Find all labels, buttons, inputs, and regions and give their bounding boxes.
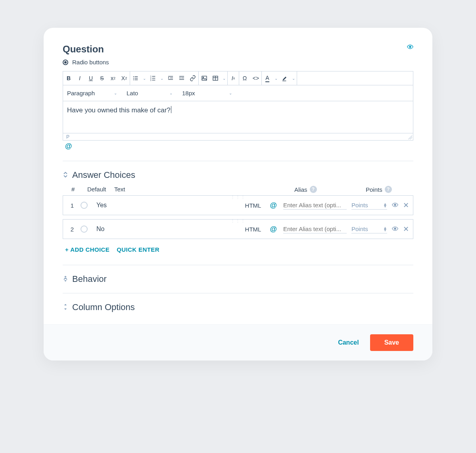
default-radio[interactable] [81,226,88,233]
choice-number: 1 [69,202,76,209]
points-input[interactable]: Points ▲▼ [351,225,387,233]
drag-handle-icon[interactable]: ⋮⋮⋮ [230,219,246,224]
editor-path: P [66,134,69,140]
strikethrough-button[interactable]: S [96,71,107,85]
default-radio[interactable] [81,202,88,209]
chevron-down-icon[interactable]: ⌄ [221,76,227,81]
col-header-alias: Alias ? [294,186,366,193]
svg-rect-20 [179,79,184,80]
visibility-eye-icon[interactable] [392,226,398,233]
bold-button[interactable]: B [63,71,74,85]
svg-point-28 [394,228,396,229]
italic-button[interactable]: I [74,71,85,85]
section-title-column-options[interactable]: Column Options [72,302,135,312]
highlight-button[interactable] [279,71,290,85]
stepper-icon[interactable]: ▲▼ [383,203,387,208]
col-header-num: # [71,186,87,193]
delete-choice-icon[interactable]: ✕ [403,225,409,233]
outdent-button[interactable] [176,71,187,85]
question-type-label: Radio buttons [72,59,109,66]
points-input[interactable]: Points ▲▼ [351,201,387,210]
text-color-button[interactable]: A [262,71,273,85]
clear-format-button[interactable]: Ix [228,71,239,85]
svg-point-3 [133,78,134,79]
cancel-button[interactable]: Cancel [338,339,359,346]
font-size-select[interactable]: 18px ⌄ [178,85,238,101]
section-title-behavior[interactable]: Behavior [72,274,107,284]
help-icon[interactable]: ? [310,186,317,193]
table-button[interactable] [210,71,221,85]
svg-text:3: 3 [150,79,152,81]
piping-icon[interactable]: @ [268,225,278,233]
svg-rect-18 [181,78,184,78]
svg-rect-2 [134,76,138,77]
font-family-select[interactable]: Lato ⌄ [123,85,178,101]
font-family-value: Lato [127,90,138,96]
section-title-question: Question [63,44,109,55]
expand-icon[interactable] [63,276,68,283]
chevron-down-icon: ⌄ [168,91,174,95]
image-button[interactable] [199,71,210,85]
svg-rect-14 [170,78,173,78]
ordered-list-button[interactable]: 123 [148,71,159,85]
answer-choice-row: ⋮⋮⋮ 1 Yes HTML @ Points ▲▼ ✕ [63,195,413,215]
divider [63,293,413,293]
add-choice-button[interactable]: + ADD CHOICE [65,246,109,253]
chevron-down-icon[interactable]: ⌄ [159,76,165,81]
chevron-down-icon[interactable]: ⌄ [141,76,148,81]
delete-choice-icon[interactable]: ✕ [403,201,409,210]
editor-toolbar-row1: B I U S x2 X2 ⌄ 123 ⌄ [63,71,413,85]
svg-rect-12 [152,80,155,80]
expand-icon[interactable] [63,304,68,311]
editor-path-bar: P [63,133,413,140]
chevron-down-icon[interactable]: ⌄ [290,76,297,81]
superscript-button[interactable]: x2 [107,71,119,85]
piping-icon[interactable]: @ [268,201,278,210]
block-format-select[interactable]: Paragraph ⌄ [63,85,123,101]
save-button[interactable]: Save [370,334,413,351]
answer-table-header: # Default Text Alias ? Points ? [63,186,413,195]
svg-point-27 [394,204,396,206]
choice-text[interactable]: No [92,226,238,233]
drag-handle-icon[interactable]: ⋮⋮⋮ [230,195,246,200]
svg-rect-8 [152,76,155,77]
col-header-text: Text [114,186,294,193]
quick-enter-button[interactable]: QUICK ENTER [117,246,159,253]
editor-content-area[interactable]: Have you owned this make of car? [63,101,413,133]
svg-marker-19 [179,77,180,79]
chevron-down-icon: ⌄ [112,91,119,95]
subscript-button[interactable]: X2 [119,71,130,85]
alias-input[interactable] [283,225,347,233]
html-toggle[interactable]: HTML [243,226,264,233]
svg-rect-4 [134,78,138,78]
svg-rect-17 [179,76,184,77]
svg-point-1 [133,76,134,77]
underline-button[interactable]: U [85,71,96,85]
visibility-eye-icon[interactable] [392,202,398,209]
question-type-row: Radio buttons [63,59,109,66]
code-button[interactable]: <> [250,71,261,85]
special-char-button[interactable]: Ω [239,71,250,85]
help-icon[interactable]: ? [385,186,392,193]
svg-rect-16 [168,79,173,80]
alias-input[interactable] [283,201,347,210]
col-header-default: Default [87,186,114,193]
svg-point-0 [409,46,411,48]
svg-rect-13 [168,76,173,77]
svg-rect-6 [134,79,138,80]
block-format-value: Paragraph [67,90,95,96]
question-editor-card: Question Radio buttons B I U S x2 X2 [44,28,432,360]
stepper-icon[interactable]: ▲▼ [383,227,387,231]
answer-choice-row: ⋮⋮⋮ 2 No HTML @ Points ▲▼ ✕ [63,219,413,239]
chevron-down-icon[interactable]: ⌄ [273,76,279,81]
mention-trigger[interactable]: @ [63,141,413,152]
svg-point-5 [133,79,134,80]
preview-eye-icon[interactable] [407,44,413,51]
dialog-footer: Cancel Save [44,324,432,360]
collapse-icon[interactable] [63,172,68,179]
link-button[interactable] [187,71,198,85]
indent-button[interactable] [165,71,176,85]
html-toggle[interactable]: HTML [243,202,264,209]
unordered-list-button[interactable] [130,71,141,85]
choice-text[interactable]: Yes [92,202,238,209]
